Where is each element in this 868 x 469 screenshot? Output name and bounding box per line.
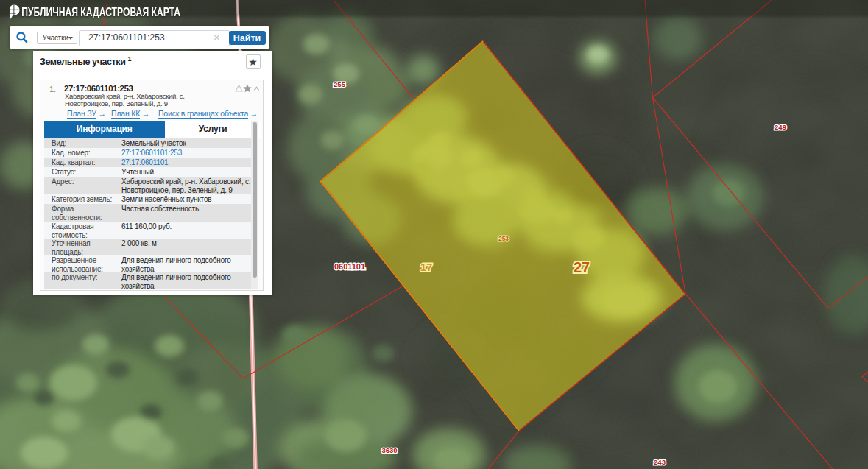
- svg-text:3630: 3630: [381, 446, 397, 454]
- svg-text:17: 17: [420, 261, 433, 273]
- svg-text:243: 243: [654, 458, 666, 466]
- svg-text:255: 255: [334, 80, 346, 88]
- svg-text:249: 249: [775, 123, 786, 131]
- svg-text:27: 27: [574, 259, 590, 275]
- svg-text:0601101: 0601101: [334, 262, 365, 271]
- svg-text:253: 253: [498, 235, 509, 242]
